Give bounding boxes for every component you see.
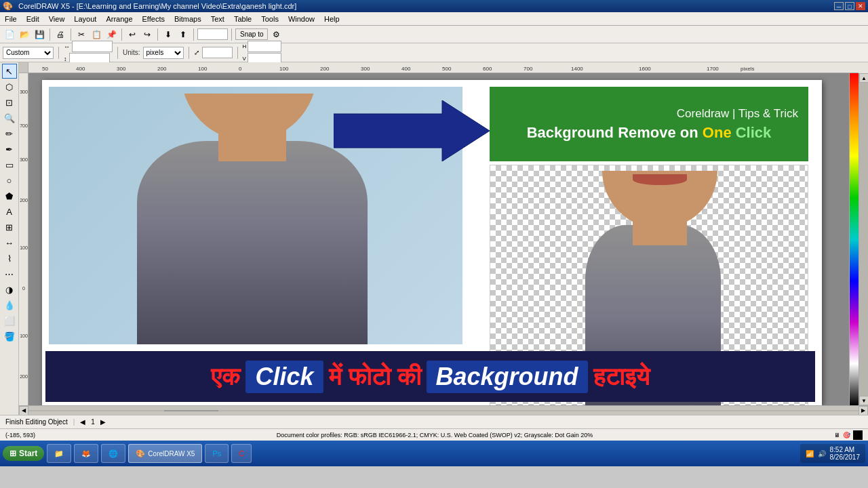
- svg-text:200: 200: [20, 198, 28, 203]
- menu-table[interactable]: Table: [229, 14, 256, 24]
- crop-tool[interactable]: ⊡: [2, 95, 17, 110]
- ruler-v-svg: 300 700 300 200 100 0 100 200: [19, 73, 28, 405]
- date-text: 8/26/2017: [830, 453, 861, 461]
- menu-layout[interactable]: Layout: [69, 14, 101, 24]
- menu-effects[interactable]: Effects: [138, 14, 170, 24]
- ruler-right-spacer: [859, 62, 868, 73]
- scroll-track[interactable]: [859, 83, 868, 396]
- taskbar-chrome[interactable]: 🌐: [101, 444, 125, 463]
- svg-text:0: 0: [239, 66, 242, 72]
- table-tool[interactable]: ⊞: [2, 220, 17, 235]
- menu-bar: File Edit View Layout Arrange Effects Bi…: [0, 12, 868, 26]
- units-select[interactable]: pixels: [143, 47, 184, 59]
- freehand-tool[interactable]: ✏: [2, 126, 17, 141]
- connector-tool[interactable]: ⌇: [2, 251, 17, 266]
- preset-selector[interactable]: Custom: [3, 47, 54, 59]
- menu-view[interactable]: View: [44, 14, 70, 24]
- h-scroll-thumb[interactable]: [164, 410, 218, 411]
- snap-options-icon[interactable]: ⚙: [269, 28, 283, 41]
- nudge-input[interactable]: 30.0 px: [202, 47, 233, 58]
- open-icon[interactable]: 📂: [18, 28, 31, 41]
- menu-text[interactable]: Text: [206, 14, 229, 24]
- background-box: Background: [427, 361, 588, 393]
- select-tool[interactable]: ↖: [2, 64, 17, 79]
- new-icon[interactable]: 📄: [3, 28, 16, 41]
- menu-edit[interactable]: Edit: [22, 14, 44, 24]
- close-button[interactable]: ✕: [856, 2, 865, 10]
- save-icon[interactable]: 💾: [33, 28, 46, 41]
- svg-text:1700: 1700: [707, 66, 719, 72]
- menu-arrange[interactable]: Arrange: [101, 14, 137, 24]
- redo-icon[interactable]: ↪: [140, 28, 154, 41]
- blend-tool[interactable]: ⋯: [2, 266, 17, 281]
- text-tool[interactable]: A: [2, 204, 17, 219]
- zoom-tool[interactable]: 🔍: [2, 110, 17, 125]
- menu-tools[interactable]: Tools: [256, 14, 283, 24]
- undo-icon[interactable]: ↩: [125, 28, 139, 41]
- taskbar-coreldraw2[interactable]: C: [231, 444, 252, 463]
- maximize-button[interactable]: □: [845, 2, 854, 10]
- trans-head: [602, 171, 717, 228]
- page-nav-arrow[interactable]: ◀: [80, 418, 85, 426]
- minimize-button[interactable]: ─: [834, 2, 844, 10]
- document-page: Coreldraw | Tips & Trick Background Remo…: [42, 80, 822, 405]
- copy-icon[interactable]: 📋: [90, 28, 103, 41]
- page-nav-arrow2[interactable]: ▶: [100, 418, 106, 426]
- svg-text:400: 400: [401, 66, 411, 72]
- svg-text:200: 200: [157, 66, 167, 72]
- title-bar-left: 🎨 CorelDRAW X5 - [E:\Learning and Earnin…: [3, 1, 296, 11]
- system-tray: 📶 🔊 8:52 AM 8/26/2017: [800, 444, 866, 463]
- svg-text:700: 700: [20, 123, 28, 128]
- separator-r2b: [117, 47, 118, 59]
- scroll-left-button[interactable]: ◀: [19, 406, 28, 415]
- canvas-area: Coreldraw | Tips & Trick Background Remo…: [28, 73, 859, 405]
- cut-icon[interactable]: ✂: [75, 28, 88, 41]
- ellipse-tool[interactable]: ○: [2, 173, 17, 188]
- taskbar-photoshop[interactable]: Ps: [205, 444, 229, 463]
- print-icon[interactable]: 🖨: [54, 28, 67, 41]
- color-eyedropper-tool[interactable]: 💧: [2, 298, 17, 312]
- color-palette-bar[interactable]: [849, 73, 859, 405]
- menu-window[interactable]: Window: [283, 14, 319, 24]
- ruler-corner: [19, 62, 28, 73]
- calibrate-icon: 🎯: [843, 432, 850, 439]
- scroll-right-button[interactable]: ▶: [859, 406, 868, 415]
- svg-text:700: 700: [524, 66, 533, 72]
- vertical-scrollbar[interactable]: ▲ ▼: [859, 73, 868, 405]
- menu-bitmaps[interactable]: Bitmaps: [170, 14, 206, 24]
- click-text: Click: [255, 363, 313, 390]
- menu-help[interactable]: Help: [319, 14, 344, 24]
- svg-text:200: 200: [20, 374, 28, 379]
- taskbar-firefox[interactable]: 🦊: [74, 444, 98, 463]
- title-bar-controls[interactable]: ─ □ ✕: [834, 2, 865, 10]
- toolbar-row2: Custom ↔ 1,280 px ↕ 720 px Units: pixels…: [0, 43, 868, 62]
- smart-fill-tool[interactable]: 🪣: [2, 329, 17, 344]
- shape-tool[interactable]: ⬡: [2, 79, 17, 94]
- horizontal-scrollbar[interactable]: ◀ ▶: [19, 405, 868, 415]
- transparency-tool[interactable]: ◑: [2, 282, 17, 297]
- rectangle-tool[interactable]: ▭: [2, 157, 17, 172]
- parallel-dim-tool[interactable]: ↔: [2, 235, 17, 250]
- taskbar-explorer[interactable]: 📁: [47, 444, 71, 463]
- scroll-down-button[interactable]: ▼: [859, 396, 868, 405]
- start-button[interactable]: ⊞ Start: [3, 446, 44, 461]
- polygon-tool[interactable]: ⬟: [2, 188, 17, 203]
- menu-file[interactable]: File: [0, 14, 22, 24]
- ruler-vertical: 300 700 300 200 100 0 100 200: [19, 73, 28, 405]
- zoom-input[interactable]: 198%: [197, 28, 228, 40]
- paste-icon[interactable]: 📌: [104, 28, 118, 41]
- taskbar-coreldraw[interactable]: 🎨 CorelDRAW X5: [128, 444, 202, 463]
- green-banner: Coreldraw | Tips & Trick Background Remo…: [490, 87, 808, 161]
- import-icon[interactable]: ⬇: [161, 28, 175, 41]
- h-scroll-track[interactable]: [28, 410, 859, 411]
- svg-text:600: 600: [483, 66, 492, 72]
- interactive-fill-tool[interactable]: ⬜: [2, 313, 17, 328]
- dpi-h-input[interactable]: 75.0 px: [248, 41, 281, 52]
- smart-draw-tool[interactable]: ✒: [2, 142, 17, 157]
- dpi-h-icon: H: [243, 43, 247, 49]
- snap-to-button[interactable]: Snap to: [235, 28, 268, 40]
- toolbar-row1: 📄 📂 💾 🖨 ✂ 📋 📌 ↩ ↪ ⬇ ⬆ 198% Snap to ⚙: [0, 26, 868, 43]
- width-input[interactable]: 1,280 px: [72, 41, 113, 52]
- export-icon[interactable]: ⬆: [176, 28, 190, 41]
- scroll-up-button[interactable]: ▲: [859, 73, 868, 83]
